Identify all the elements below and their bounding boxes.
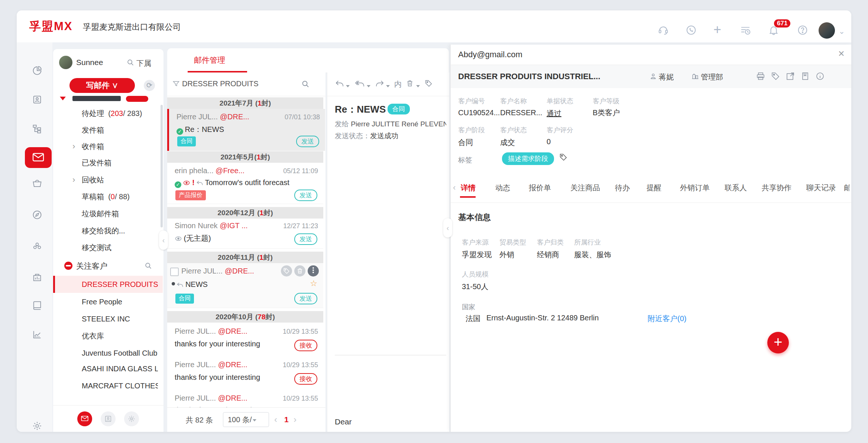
user-avatar[interactable]	[819, 22, 835, 39]
dashboard-pie-icon[interactable]	[32, 65, 42, 76]
sidebar-item-outbox[interactable]: 发件箱	[53, 122, 163, 138]
sidebar-item-spam[interactable]: 垃圾邮件箱	[53, 206, 163, 222]
tab-reminder[interactable]: 提醒	[647, 183, 661, 193]
mail-item[interactable]: Pierre JUL... @DRE... 10/29 13:55 thanks…	[167, 389, 323, 407]
sidebar-user-avatar[interactable]	[59, 56, 72, 69]
forward-button[interactable]	[376, 80, 384, 87]
tab-export-orders[interactable]: 外销订单	[680, 183, 710, 193]
tabs-scroll-left[interactable]: ‹	[453, 183, 456, 193]
expand-chevron-icon[interactable]: ›	[72, 138, 75, 155]
task-history-icon[interactable]	[739, 25, 751, 36]
customer-item[interactable]: Free People	[53, 293, 161, 310]
tab-watched-products[interactable]: 关注商品	[570, 183, 600, 193]
orders-basket-icon[interactable]	[32, 178, 42, 189]
tab-contacts[interactable]: 联系人	[725, 183, 747, 193]
info-icon[interactable]	[816, 72, 825, 81]
page-size-select[interactable]: 100 条/	[223, 412, 269, 427]
delete-caret-icon[interactable]	[415, 83, 420, 90]
org-structure-icon[interactable]	[32, 123, 42, 134]
discover-compass-icon[interactable]	[32, 210, 42, 220]
mail-tag[interactable]: 合同	[177, 136, 196, 146]
prev-page-button[interactable]: ‹	[274, 414, 277, 425]
tag-icon[interactable]	[771, 72, 780, 81]
subordinate-search-icon[interactable]	[126, 58, 135, 67]
sidebar-item-inbox[interactable]: ›收件箱	[53, 138, 163, 155]
hover-tag-icon[interactable]	[281, 265, 292, 277]
filter-funnel-icon[interactable]	[172, 80, 180, 87]
add-tag-icon[interactable]	[559, 153, 567, 161]
tab-todo[interactable]: 待办	[615, 183, 630, 193]
detail-tag[interactable]: 合同	[388, 104, 410, 114]
notifications-bell-icon[interactable]: 671	[768, 25, 779, 36]
tag-button[interactable]	[425, 80, 433, 87]
customer-item[interactable]: Juventus Football Club ...	[53, 345, 161, 362]
star-icon[interactable]: ☆	[310, 279, 317, 288]
mail-tag[interactable]: 合同	[175, 294, 194, 304]
knowledge-book-icon[interactable]	[32, 300, 42, 311]
tab-mail-management[interactable]: 邮件管理	[194, 55, 225, 65]
refresh-icon[interactable]: ⟳	[144, 80, 155, 91]
reply-button[interactable]	[336, 80, 344, 87]
quick-contacts-icon[interactable]	[101, 411, 116, 426]
subordinates-link[interactable]: 下属	[136, 58, 151, 68]
sidebar-item-transfer-test[interactable]: 移交测试	[53, 239, 163, 256]
sidebar-item-trash[interactable]: ›回收站	[53, 172, 163, 188]
edit-icon[interactable]	[786, 72, 795, 81]
note-icon[interactable]	[801, 72, 810, 81]
sidebar-collapse-handle[interactable]: ‹	[159, 230, 168, 250]
sidebar-item-sent[interactable]: 已发件箱	[53, 155, 163, 171]
report-chart-icon[interactable]	[32, 329, 42, 340]
tab-activity[interactable]: 动态	[495, 183, 510, 193]
sidebar-item-transferred-to-me[interactable]: 移交给我的...	[53, 223, 163, 239]
customer-tag-pill[interactable]: 描述需求阶段	[502, 152, 554, 165]
mail-item-hovered[interactable]: Pierre JUL... @DRE... NEWS ☆ 合同 发送	[167, 263, 323, 308]
watch-customers-header[interactable]: 关注客户	[53, 257, 163, 274]
customer-search-icon[interactable]	[144, 262, 152, 270]
mail-item[interactable]: Pierre JUL... @DRE... 10/29 13:55 thanks…	[167, 323, 323, 356]
sidebar-item-drafts[interactable]: 草稿箱 (0/ 88)	[53, 188, 163, 205]
internal-forward-button[interactable]: 内	[394, 79, 402, 89]
account-chevron-down-icon[interactable]: ⌄	[839, 27, 845, 36]
customer-item[interactable]: STEELEX INC	[53, 310, 161, 327]
department-name[interactable]: 管理部	[701, 72, 723, 82]
nearby-customers-link[interactable]: 附近客户(0)	[648, 314, 686, 324]
help-icon[interactable]	[797, 25, 808, 36]
mail-item[interactable]: erin phela... @Free... 05/12 11:09 ✓ ! T…	[167, 163, 323, 204]
delete-button[interactable]	[406, 79, 414, 87]
enterprise-icon[interactable]	[32, 272, 42, 282]
current-page[interactable]: 1	[284, 415, 289, 424]
compose-button[interactable]: 写邮件 ∨	[69, 78, 135, 93]
quick-mail-icon[interactable]	[77, 411, 92, 426]
customer-item[interactable]: ASAHI INDIA GLASS LTD	[53, 360, 161, 377]
fab-add-button[interactable]: +	[767, 332, 789, 353]
hover-more-icon[interactable]	[308, 265, 319, 277]
reply-all-button[interactable]	[355, 80, 365, 87]
next-page-button[interactable]: ›	[294, 414, 297, 425]
forward-caret-icon[interactable]	[385, 83, 390, 90]
field-value-link[interactable]: 通过	[547, 109, 561, 119]
customer-item[interactable]: 优衣库	[53, 327, 161, 345]
mail-module-active[interactable]	[25, 147, 52, 168]
mail-checkbox[interactable]	[170, 268, 179, 276]
tab-chat-history[interactable]: 聊天记录	[806, 183, 836, 193]
collaboration-icon[interactable]	[32, 241, 42, 251]
support-headset-icon[interactable]	[658, 25, 669, 36]
tab-shared-collab[interactable]: 共享协作	[762, 183, 791, 193]
tab-quotes[interactable]: 报价单	[529, 183, 551, 193]
mail-item[interactable]: Pierre JUL... @DRE... 10/29 13:55 thanks…	[167, 356, 323, 390]
expand-chevron-icon[interactable]: ›	[72, 172, 75, 188]
contacts-card-icon[interactable]	[32, 94, 42, 105]
sidebar-item-pending[interactable]: 待处理 (203/ 283)	[53, 105, 163, 122]
close-icon[interactable]: ✕	[838, 49, 845, 59]
sidebar-scrollbar[interactable]	[161, 105, 163, 227]
reply-all-caret-icon[interactable]	[366, 83, 370, 90]
quick-settings-icon[interactable]	[124, 411, 139, 426]
mail-item[interactable]: Pierre JUL... @DRE... 07/01 10:38 ✓ Re：N…	[167, 109, 325, 151]
mail-item[interactable]: Simon Nurek @IGT ... 12/27 11:23 (无主题) 发…	[167, 219, 323, 249]
detail-collapse-handle[interactable]: ‹	[443, 218, 452, 237]
tabs-scroll-right[interactable]: ›	[847, 183, 849, 193]
mail-tag[interactable]: 产品报价	[175, 190, 206, 200]
settings-gear-icon[interactable]	[32, 421, 42, 431]
tab-details[interactable]: 详情	[461, 183, 476, 193]
print-icon[interactable]	[756, 72, 765, 81]
